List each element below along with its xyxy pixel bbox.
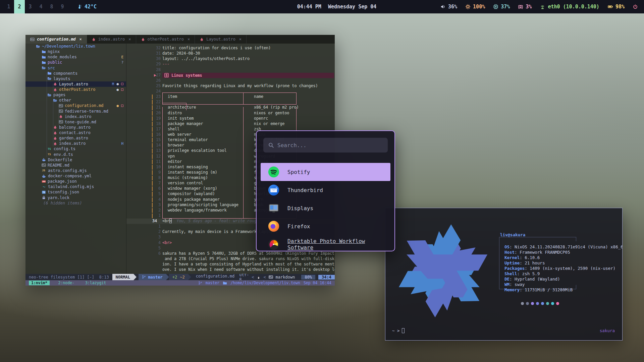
prompt-text: ~ > (392, 328, 400, 333)
workspace-button-8[interactable]: 8 (46, 0, 57, 13)
search-input[interactable] (277, 142, 383, 148)
tree-item-garden.astro[interactable]: garden.astro (25, 135, 126, 141)
tree-item-config.ts[interactable]: TSconfig.ts (25, 146, 126, 152)
workspace-button-4[interactable]: 4 (36, 0, 46, 13)
tree-item-tsconfig.json[interactable]: TStsconfig.json (25, 189, 126, 195)
workspace-button-1[interactable]: 1 (3, 0, 14, 13)
clock-time: 04:44 PM (297, 4, 321, 10)
tree-item--Development-liv.town[interactable]: ~/Development/liv.town (25, 44, 126, 49)
astro-icon (200, 37, 204, 42)
cpu-module[interactable]: 37% (493, 4, 510, 10)
folder-icon (42, 60, 46, 65)
tree-item-Layout.astro[interactable]: Layout.astroH● (25, 81, 126, 87)
brightness-module[interactable]: 100% (465, 4, 485, 10)
tree-item-astro.config.mjs[interactable]: JSastro.config.mjs (25, 168, 126, 173)
tree-item-configuration.md[interactable]: configuration.md● (25, 103, 126, 108)
battery-module[interactable]: 98% (607, 4, 625, 10)
tmux-status-bar: 1:nvim*2:node-3:lazygit master /home/liv… (25, 280, 335, 286)
workspace-button-3[interactable]: 3 (25, 0, 36, 13)
tab-close-icon[interactable]: × (79, 37, 82, 42)
tree-item-index.astro[interactable]: index.astro (25, 114, 126, 119)
folder-open-icon (36, 44, 40, 49)
tree-item-otherPost.astro[interactable]: otherPost.astro● (25, 87, 126, 92)
tmux-window-3:lazygit[interactable]: 3:lazygit (83, 281, 108, 285)
astro-icon (53, 131, 57, 135)
fastfetch-output: liv@sakura OS: NixOS 24.11.20240828.71e9… (500, 232, 623, 293)
tree-item-index.astro[interactable]: index.astroH (25, 141, 126, 146)
search-icon (268, 142, 274, 148)
tree-item-other[interactable]: other (25, 98, 126, 103)
gpu-module[interactable]: 3% (518, 4, 532, 10)
tree-item-pages[interactable]: pages (25, 92, 126, 98)
tree-item-label: public (48, 60, 62, 65)
tree-item-src[interactable]: src (25, 65, 126, 71)
volume-module[interactable]: 36% (440, 4, 457, 10)
buffer-tab-index.astro[interactable]: index.astro× (87, 35, 136, 44)
launcher-item-firefox[interactable]: Firefox (261, 217, 390, 235)
tree-item-package.json[interactable]: package.json (25, 179, 126, 184)
markdown-table-border (243, 107, 244, 219)
diff-changed: ~2 (180, 275, 184, 280)
folder-icon (47, 71, 52, 75)
tmux-window-2:node-[interactable]: 2:node- (56, 281, 76, 285)
tree-item-contact.astro[interactable]: contact.astro (25, 130, 126, 135)
tab-close-icon[interactable]: × (239, 37, 241, 42)
launcher-item-thunderbird[interactable]: Thunderbird (261, 181, 390, 199)
buffer-tab-configuration.md[interactable]: configuration.md× (25, 35, 87, 44)
svg-text:TS: TS (48, 153, 51, 156)
tree-item-node-modules[interactable]: node_modulesE (25, 54, 126, 60)
tree-item-env.d.ts[interactable]: TSenv.d.ts (25, 152, 126, 157)
tree-item-balcony.astro[interactable]: balcony.astro (25, 125, 126, 130)
markdown-icon (59, 120, 63, 124)
docker-icon (42, 174, 46, 178)
filetype-label: markdown (276, 275, 295, 280)
neotree-statusline: neo-tree filesystem [1] [-] 8:13 (25, 274, 112, 280)
launcher-search[interactable] (263, 138, 388, 153)
markdown-table-border (243, 93, 244, 105)
neo-tree-file-explorer[interactable]: ~/Development/liv.townnginxnode_modulesE… (25, 44, 126, 274)
tree-item-label: README.md (48, 163, 69, 168)
tree-item-Dockerfile[interactable]: Dockerfile (25, 157, 126, 163)
tree-item--6-hidden-items-[interactable]: (6 hidden items) (25, 200, 126, 206)
launcher-item-label: Spotify (287, 169, 310, 175)
tree-item-label: astro.config.mjs (48, 168, 87, 173)
npm-icon (42, 179, 46, 184)
tab-close-icon[interactable]: × (128, 37, 131, 42)
launcher-item-displays[interactable]: Displays (261, 199, 390, 217)
power-icon (633, 4, 638, 9)
tree-item-label: tsconfig.json (48, 190, 79, 194)
tree-item-fediverse-terms.md[interactable]: fediverse-terms.md (25, 109, 126, 114)
astro-icon (53, 136, 57, 140)
launcher-item-darktable[interactable]: Darktable Photo Workflow Software (261, 235, 390, 251)
buffer-tab-Layout.astro[interactable]: Layout.astro× (195, 35, 247, 44)
tree-item-tailwind.config.mjs[interactable]: tailwind.config.mjs (25, 184, 126, 189)
gpu-icon (518, 4, 523, 9)
terminal-window[interactable]: liv@sakura OS: NixOS 24.11.20240828.71e9… (385, 208, 623, 341)
tree-item-label: ~/Development/liv.town (42, 44, 95, 49)
tree-item-yarn.lock[interactable]: yarn.lock (25, 195, 126, 200)
tree-item-nginx[interactable]: nginx (25, 49, 126, 54)
tmux-windows: 1:nvim*2:node-3:lazygit (25, 281, 114, 285)
tree-item-layouts[interactable]: layouts (25, 76, 126, 81)
power-module[interactable] (633, 4, 638, 9)
tab-close-icon[interactable]: × (187, 37, 190, 42)
launcher-item-spotify[interactable]: Spotify (261, 163, 390, 181)
network-module[interactable]: eth0 (10.0.0.140) (540, 4, 599, 10)
tree-item-components[interactable]: components (25, 71, 126, 76)
cursor-position-segment: 34:4 (318, 275, 335, 280)
fetch-line-wm: WM: sway (504, 282, 623, 287)
tmux-window-1:nvim*[interactable]: 1:nvim* (29, 281, 50, 285)
shell-prompt[interactable]: ~ > (392, 328, 405, 333)
tree-item-tone-guide.md[interactable]: tone-guide.md (25, 119, 126, 125)
tree-item-docker-compose.yml[interactable]: docker-compose.yml (25, 173, 126, 179)
editor-line: 28 (126, 67, 335, 73)
workspace-button-2[interactable]: 2 (14, 0, 25, 13)
battery-value: 98% (615, 4, 625, 10)
fold-arrow-icon[interactable] (154, 74, 156, 77)
tree-item-public[interactable]: public? (25, 60, 126, 65)
buffer-tab-otherPost.astro[interactable]: otherPost.astro× (136, 35, 195, 44)
displays-icon (268, 202, 279, 214)
powerline-separator (188, 274, 191, 280)
tree-item-README.md[interactable]: README.md (25, 163, 126, 168)
workspace-button-9[interactable]: 9 (57, 0, 68, 13)
